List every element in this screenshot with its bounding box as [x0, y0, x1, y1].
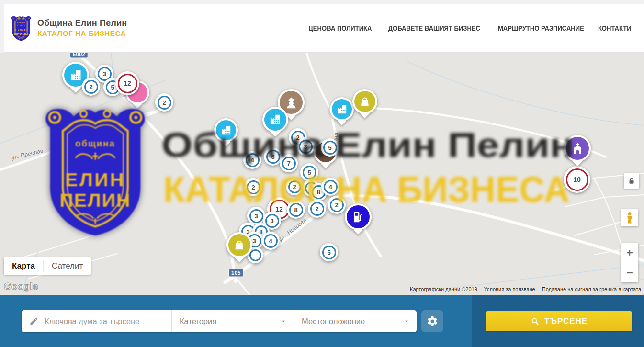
zoom-out-button[interactable] — [621, 263, 638, 283]
nav-pricing-policy[interactable]: ЦЕНОВА ПОЛИТИКА — [308, 24, 372, 32]
map-type-satellite-button[interactable]: Сателит — [44, 257, 91, 275]
page: община ЕЛИН ПЕЛИН Община Елин Пелин КАТА… — [0, 0, 644, 347]
location-select-label: Местоположение — [302, 317, 365, 326]
nav-route-schedule[interactable]: МАРШРУТНО РАЗПИСАНИЕ — [498, 24, 584, 32]
map-pin-marker[interactable] — [352, 89, 377, 114]
keyword-search-input[interactable] — [45, 317, 164, 326]
search-panel: Категория Местоположение — [22, 310, 417, 332]
nav-add-business[interactable]: ДОБАВЕТЕ ВАШИЯТ БИЗНЕС — [388, 24, 480, 32]
map-pin-marker[interactable] — [345, 203, 372, 230]
map-pins-front-layer — [0, 53, 644, 295]
map-type-control: Карта Сателит — [4, 257, 91, 275]
chevron-down-icon — [403, 318, 410, 325]
lock-control-button[interactable] — [624, 173, 639, 189]
site-title: Община Елин Пелин — [37, 18, 127, 28]
shopping-bag-icon — [232, 237, 247, 252]
map-pin-marker[interactable] — [262, 107, 288, 133]
factory-icon — [268, 112, 282, 127]
category-select[interactable]: Категория — [171, 310, 294, 332]
keyword-field[interactable] — [22, 310, 171, 332]
svg-text:ЕЛИН: ЕЛИН — [15, 28, 27, 32]
search-button[interactable]: ТЪРСЕНЕ — [486, 311, 632, 331]
pegman-icon — [624, 212, 635, 224]
svg-text:ПЕЛИН: ПЕЛИН — [14, 32, 28, 36]
category-select-label: Категория — [180, 317, 216, 326]
google-logo[interactable]: Google — [4, 281, 38, 292]
map-pin-marker[interactable] — [564, 135, 591, 162]
map-pin-marker[interactable] — [330, 97, 354, 121]
logo-text: Община Елин Пелин КАТАЛОГ НА БИЗНЕСА — [37, 18, 127, 38]
advanced-settings-button[interactable] — [421, 310, 443, 332]
gear-icon — [427, 315, 438, 327]
church-icon — [570, 141, 586, 157]
zoom-in-button[interactable] — [621, 243, 638, 263]
site-subtitle: КАТАЛОГ НА БИЗНЕСА — [37, 29, 127, 38]
municipality-emblem-icon: община ЕЛИН ПЕЛИН — [11, 15, 32, 42]
map-copyright: Картографски данни ©2019 — [410, 286, 477, 292]
lock-icon — [627, 177, 636, 185]
svg-text:община: община — [17, 22, 25, 24]
header: община ЕЛИН ПЕЛИН Община Елин Пелин КАТА… — [4, 4, 644, 53]
plus-icon — [625, 248, 634, 257]
shopping-bag-icon — [358, 94, 372, 109]
map-canvas[interactable]: 6002105ул. Преславбул. „Новоселции" 3251… — [0, 53, 644, 295]
main-nav: ЦЕНОВА ПОЛИТИКА ДОБАВЕТЕ ВАШИЯТ БИЗНЕС М… — [305, 24, 633, 32]
terms-of-use-link[interactable]: Условия за ползване — [484, 286, 535, 292]
street-view-pegman-button[interactable] — [621, 209, 638, 226]
construction-worker-icon — [283, 95, 299, 111]
search-button-label: ТЪРСЕНЕ — [544, 316, 588, 326]
location-select[interactable]: Местоположение — [294, 310, 417, 332]
map-type-map-button[interactable]: Карта — [4, 257, 43, 275]
map-pin-marker[interactable] — [226, 232, 252, 258]
fuel-pump-icon — [350, 209, 366, 225]
search-bar: Категория Местоположение ТЪРСЕНЕ — [0, 295, 644, 347]
nav-contacts[interactable]: КОНТАКТИ — [598, 24, 632, 32]
magnifier-icon — [531, 317, 540, 326]
zoom-control — [621, 243, 638, 282]
chevron-down-icon — [280, 318, 287, 325]
map-attribution: Картографски данни ©2019 Условия за полз… — [410, 286, 641, 292]
pencil-icon — [29, 316, 39, 326]
factory-icon — [335, 102, 349, 116]
minus-icon — [625, 268, 634, 278]
report-map-error-link[interactable]: Подаване на сигнал за грешка в картата — [542, 286, 641, 292]
site-logo[interactable]: община ЕЛИН ПЕЛИН Община Елин Пелин КАТА… — [11, 15, 127, 42]
